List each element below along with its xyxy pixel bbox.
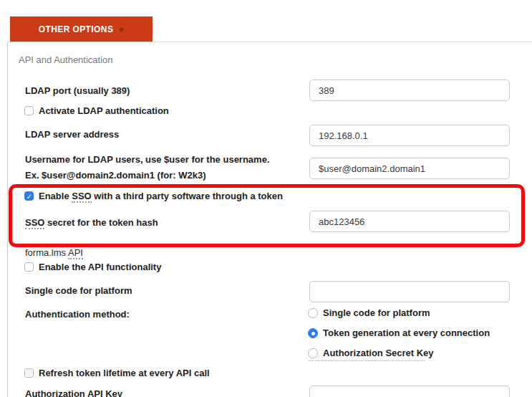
panel-left-border (7, 42, 8, 397)
sso-secret-label: SSO secret for the token hash (25, 217, 158, 228)
auth-method-option-single-code[interactable]: Single code for platform (308, 307, 430, 318)
radio-authorization-secret-label: Authorization Secret Key (323, 348, 434, 358)
sso-secret-input[interactable] (309, 211, 510, 232)
auth-method-option-token-generation[interactable]: Token generation at every connection (308, 327, 490, 338)
radio-single-code-label: Single code for platform (323, 307, 430, 318)
ldap-port-input[interactable] (309, 80, 510, 101)
forma-api-heading: forma.lms API (25, 247, 83, 258)
sso-abbr: SSO (72, 191, 91, 203)
ldap-port-label: LDAP port (usually 389) (25, 85, 130, 96)
enable-sso-label: Enable SSO with a third party software t… (39, 191, 283, 201)
spellcheck-underline (309, 360, 425, 361)
enable-api-checkbox-row[interactable]: Enable the API functionality (24, 262, 161, 272)
other-options-button[interactable]: OTHER OPTIONS ▾ (10, 16, 153, 42)
ldap-username-label: Username for LDAP users, use $user for t… (25, 152, 270, 183)
refresh-token-checkbox[interactable] (24, 368, 34, 378)
refresh-token-label: Refresh token lifetime at every API call (39, 368, 210, 378)
auth-method-option-authorization-secret[interactable]: Authorization Secret Key (308, 348, 434, 358)
ldap-server-input[interactable] (309, 125, 510, 146)
radio-token-generation-label: Token generation at every connection (323, 327, 490, 338)
enable-api-checkbox[interactable] (24, 262, 34, 272)
refresh-token-checkbox-row[interactable]: Refresh token lifetime at every API call (24, 368, 210, 378)
enable-sso-checkbox-row[interactable]: Enable SSO with a third party software t… (24, 191, 283, 201)
radio-authorization-secret[interactable] (308, 348, 318, 358)
ldap-username-label-line2: Ex. $user@domain2.domain1 (for: W2k3) (25, 168, 270, 183)
auth-api-key-label: Authorization API Key (25, 388, 122, 397)
panel-top-border (7, 42, 532, 42)
other-options-label: OTHER OPTIONS (39, 24, 114, 34)
activate-ldap-checkbox[interactable] (24, 106, 34, 115)
single-code-input[interactable] (309, 281, 510, 302)
radio-token-generation[interactable] (308, 328, 318, 338)
section-title: API and Authentication (19, 54, 113, 65)
activate-ldap-checkbox-row[interactable]: Activate LDAP authentication (24, 105, 169, 116)
activate-ldap-label: Activate LDAP authentication (39, 105, 169, 116)
api-abbr: API (68, 247, 83, 259)
enable-sso-checkbox[interactable] (24, 191, 34, 201)
auth-method-label: Authentication method: (25, 309, 130, 320)
ldap-username-label-line1: Username for LDAP users, use $user for t… (25, 152, 270, 168)
single-code-label: Single code for platform (25, 285, 132, 296)
radio-single-code[interactable] (308, 308, 318, 318)
ldap-server-label: LDAP server address (25, 129, 119, 140)
ldap-username-input[interactable] (309, 158, 510, 179)
enable-api-label: Enable the API functionality (39, 262, 161, 272)
auth-api-key-input[interactable] (309, 386, 510, 397)
chevron-down-icon: ▾ (119, 25, 124, 34)
sso-abbr: SSO (25, 217, 44, 229)
